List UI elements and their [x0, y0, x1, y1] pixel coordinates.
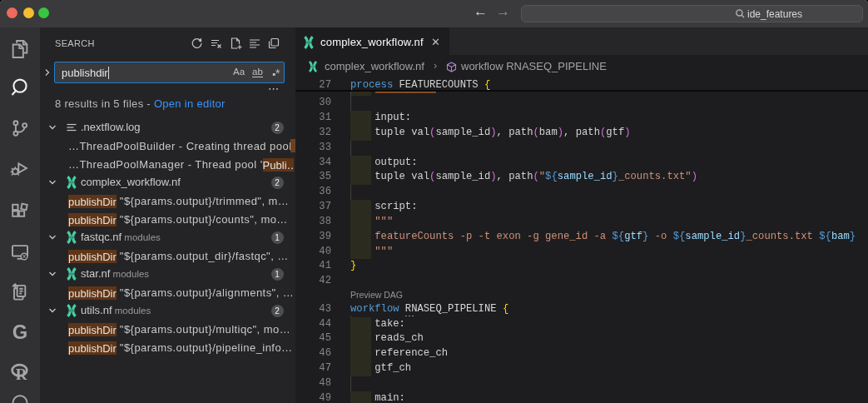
- svg-text:G: G: [12, 321, 27, 343]
- svg-text:R: R: [16, 366, 28, 383]
